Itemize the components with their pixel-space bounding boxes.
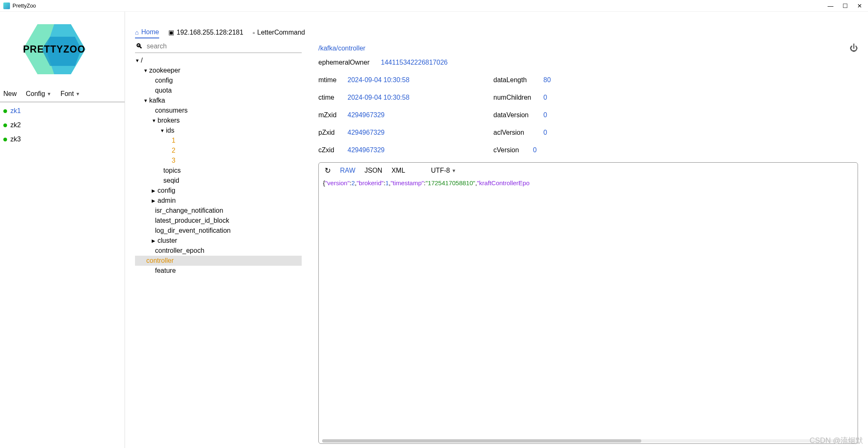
chevron-down-icon: ▼ bbox=[75, 91, 80, 96]
tree-node-id1[interactable]: 1 bbox=[135, 136, 302, 146]
chevron-down-icon: ▼ bbox=[47, 91, 51, 96]
stat-mtime-label: mtime bbox=[318, 76, 348, 84]
tree-node-feature[interactable]: feature bbox=[135, 266, 302, 276]
stat-datalength-value: 80 bbox=[543, 76, 551, 84]
tree-node-isr[interactable]: isr_change_notification bbox=[135, 206, 302, 216]
tree-panel: 🔍︎ ▼/ ▼zookeeper config quota ▼kafka con… bbox=[125, 41, 308, 448]
stat-cversion-label: cVersion bbox=[493, 146, 533, 154]
logo: PRETTYZOO bbox=[0, 12, 125, 87]
format-xml[interactable]: XML bbox=[391, 167, 405, 174]
detail-panel: /kafka/controller ⏻ ephemeralOwner144115… bbox=[308, 41, 868, 448]
tree-node-zk-config[interactable]: config bbox=[135, 76, 302, 86]
tree-node-seqid[interactable]: seqid bbox=[135, 176, 302, 186]
main-panel: ⌂ Home ▣ 192.168.255.128:2181 ▫ LetterCo… bbox=[125, 12, 868, 448]
stat-pzxid-value: 4294967329 bbox=[348, 129, 385, 136]
stat-czxid-label: cZxid bbox=[318, 146, 348, 154]
data-content[interactable]: {"version":2,"brokerid":1,"timestamp":"1… bbox=[319, 179, 858, 439]
tab-letter-command[interactable]: ▫ LetterCommand bbox=[253, 29, 305, 38]
tree-node-ctrl-epoch[interactable]: controller_epoch bbox=[135, 246, 302, 256]
stat-czxid-value: 4294967329 bbox=[348, 146, 385, 154]
tree-node-ids[interactable]: ▼ids bbox=[135, 126, 302, 136]
stat-numchildren-label: numChildren bbox=[493, 94, 543, 101]
logo-text: PRETTYZOO bbox=[23, 44, 85, 55]
stats-grid: ephemeralOwner144115342226817026 mtime20… bbox=[318, 59, 858, 162]
status-dot-icon bbox=[3, 138, 7, 141]
tree-node-lpib[interactable]: latest_producer_id_block bbox=[135, 216, 302, 226]
tree-node-admin[interactable]: ▶admin bbox=[135, 196, 302, 206]
terminal-icon: ▣ bbox=[168, 29, 174, 36]
tree-node-zookeeper[interactable]: ▼zookeeper bbox=[135, 65, 302, 76]
horizontal-scrollbar[interactable] bbox=[319, 439, 858, 443]
stat-mzxid-label: mZxid bbox=[318, 111, 348, 119]
home-icon: ⌂ bbox=[135, 29, 139, 36]
node-path: /kafka/controller bbox=[318, 45, 365, 52]
stat-aclversion-value: 0 bbox=[543, 129, 547, 136]
tree-node-lden[interactable]: log_dir_event_notification bbox=[135, 226, 302, 236]
sidebar-menu: New Config▼ Font▼ bbox=[0, 87, 125, 102]
tree-node-topics[interactable]: topics bbox=[135, 166, 302, 176]
power-icon[interactable]: ⏻ bbox=[850, 43, 858, 53]
stat-mtime-value: 2024-09-04 10:30:58 bbox=[348, 76, 410, 84]
encoding-select[interactable]: UTF-8▼ bbox=[431, 167, 456, 174]
server-item-zk3[interactable]: zk3 bbox=[0, 132, 125, 146]
server-list: zk1 zk2 zk3 bbox=[0, 102, 125, 146]
app-icon bbox=[3, 3, 10, 9]
server-item-zk2[interactable]: zk2 bbox=[0, 118, 125, 132]
status-dot-icon bbox=[3, 123, 7, 127]
stat-mzxid-value: 4294967329 bbox=[348, 111, 385, 119]
tree-node-id2[interactable]: 2 bbox=[135, 146, 302, 156]
format-raw[interactable]: RAW bbox=[340, 167, 355, 174]
minimize-button[interactable]: — bbox=[828, 3, 833, 9]
stat-datalength-label: dataLength bbox=[493, 76, 543, 84]
stat-cversion-value: 0 bbox=[533, 146, 537, 154]
tree-node-id3[interactable]: 3 bbox=[135, 156, 302, 166]
node-tree[interactable]: ▼/ ▼zookeeper config quota ▼kafka consum… bbox=[135, 55, 302, 448]
tabs: ⌂ Home ▣ 192.168.255.128:2181 ▫ LetterCo… bbox=[125, 28, 868, 41]
titlebar: PrettyZoo — ☐ ✕ bbox=[0, 0, 868, 12]
new-button[interactable]: New bbox=[3, 90, 17, 98]
stat-ctime-label: ctime bbox=[318, 94, 348, 101]
tree-node-consumers[interactable]: consumers bbox=[135, 106, 302, 116]
format-json[interactable]: JSON bbox=[365, 167, 383, 174]
tree-node-root[interactable]: ▼/ bbox=[135, 55, 302, 65]
tree-node-brokers[interactable]: ▼brokers bbox=[135, 116, 302, 126]
stat-dataversion-label: dataVersion bbox=[493, 111, 543, 119]
close-button[interactable]: ✕ bbox=[857, 3, 862, 9]
stat-numchildren-value: 0 bbox=[543, 94, 547, 101]
tree-node-cluster[interactable]: ▶cluster bbox=[135, 236, 302, 246]
tree-node-zk-quota[interactable]: quota bbox=[135, 86, 302, 96]
server-item-zk1[interactable]: zk1 bbox=[0, 104, 125, 118]
tab-home[interactable]: ⌂ Home bbox=[135, 28, 159, 38]
window-title: PrettyZoo bbox=[13, 3, 828, 9]
maximize-button[interactable]: ☐ bbox=[843, 3, 848, 9]
font-menu[interactable]: Font▼ bbox=[60, 90, 80, 98]
stat-aclversion-label: aclVersion bbox=[493, 129, 543, 136]
stat-dataversion-value: 0 bbox=[543, 111, 547, 119]
search-input[interactable] bbox=[147, 43, 301, 50]
data-box: ↻ RAW JSON XML UTF-8▼ {"version":2,"brok… bbox=[318, 162, 858, 444]
stat-ctime-value: 2024-09-04 10:30:58 bbox=[348, 94, 410, 101]
tree-node-kafka[interactable]: ▼kafka bbox=[135, 96, 302, 106]
tab-terminal[interactable]: ▣ 192.168.255.128:2181 bbox=[168, 29, 243, 38]
config-menu[interactable]: Config▼ bbox=[26, 90, 51, 98]
chevron-down-icon: ▼ bbox=[452, 168, 456, 173]
stat-ephemeral-owner-label: ephemeralOwner bbox=[318, 59, 381, 66]
stat-pzxid-label: pZxid bbox=[318, 129, 348, 136]
tree-node-config[interactable]: ▶config bbox=[135, 186, 302, 196]
search-icon: 🔍︎ bbox=[136, 43, 143, 50]
stat-ephemeral-owner-value: 144115342226817026 bbox=[381, 59, 448, 66]
tree-node-controller[interactable]: controller bbox=[135, 256, 302, 266]
command-icon: ▫ bbox=[253, 29, 255, 36]
status-dot-icon bbox=[3, 109, 7, 113]
sidebar: PRETTYZOO New Config▼ Font▼ zk1 zk2 zk3 bbox=[0, 12, 125, 448]
refresh-icon[interactable]: ↻ bbox=[325, 166, 331, 175]
